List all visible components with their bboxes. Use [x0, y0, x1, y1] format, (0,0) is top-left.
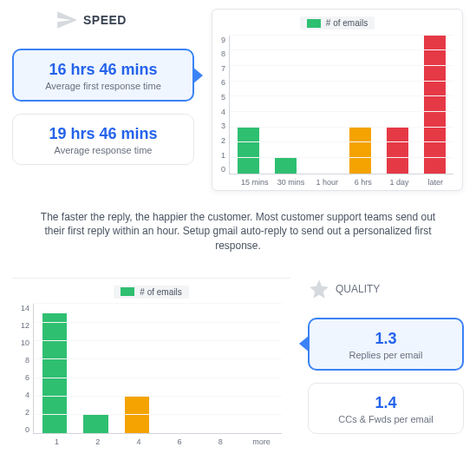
- metric-card-replies[interactable]: 1.3 Replies per email: [308, 318, 464, 371]
- y-tick: 1: [221, 151, 225, 160]
- x-axis: 15 mins30 mins1 hour6 hrs1 daylater: [237, 174, 453, 187]
- y-tick: 3: [221, 122, 225, 130]
- grid-line: [34, 303, 282, 304]
- y-axis: 9876543210: [221, 36, 229, 174]
- speed-section: SPEED 16 hrs 46 mins Average first respo…: [0, 0, 476, 200]
- legend-item: # of emails: [300, 16, 375, 30]
- y-tick: 0: [25, 425, 29, 434]
- paper-plane-icon: [55, 9, 78, 31]
- chart-area: 9876543210: [221, 36, 453, 174]
- y-tick: 10: [21, 338, 29, 347]
- y-tick: 2: [221, 136, 225, 145]
- metric-value: 1.3: [322, 330, 450, 348]
- grid-line: [230, 157, 453, 158]
- legend-label: # of emails: [140, 287, 181, 297]
- speed-metrics-column: SPEED 16 hrs 46 mins Average first respo…: [12, 9, 194, 165]
- quality-metrics-column: QUALITY 1.3 Replies per email 1.4 CCs & …: [308, 278, 464, 434]
- bar-slot: [342, 36, 379, 174]
- legend-item: # of emails: [114, 286, 188, 299]
- x-tick: more: [241, 437, 282, 446]
- quality-title: QUALITY: [336, 283, 380, 295]
- x-tick: 2: [77, 437, 118, 446]
- x-tick: 30 mins: [273, 178, 310, 187]
- x-tick: 1 hour: [309, 178, 345, 187]
- bar: [238, 128, 260, 174]
- metric-label: CCs & Fwds per email: [321, 414, 451, 424]
- x-tick: 6 hrs: [345, 178, 381, 187]
- legend-label: # of emails: [326, 18, 368, 28]
- x-tick: 1: [36, 437, 77, 446]
- grid-line: [34, 378, 282, 378]
- quality-header: QUALITY: [308, 278, 464, 300]
- grid-line: [230, 49, 453, 50]
- y-axis: 14121086420: [21, 304, 33, 434]
- grid-line: [34, 414, 282, 415]
- grid-line: [230, 111, 453, 112]
- bar-slot: [267, 36, 304, 174]
- quality-chart: # of emails 14121086420 12468more: [12, 278, 290, 450]
- grid-line: [230, 35, 453, 36]
- metric-card-first-response[interactable]: 16 hrs 46 mins Average first response ti…: [12, 49, 194, 102]
- metric-value: 19 hrs 46 mins: [25, 125, 181, 143]
- x-tick: 1 day: [381, 178, 418, 187]
- bar-slot: [304, 36, 342, 174]
- grid-line: [34, 322, 282, 323]
- bar: [275, 158, 297, 174]
- y-tick: 2: [25, 408, 29, 417]
- grid-line: [230, 141, 453, 142]
- grid-line: [230, 127, 453, 128]
- y-tick: 0: [221, 165, 225, 174]
- plot-area: [33, 304, 282, 434]
- y-tick: 4: [25, 391, 29, 399]
- bar: [387, 128, 409, 174]
- chart-legend: # of emails: [221, 16, 453, 30]
- y-tick: 12: [21, 321, 29, 330]
- bar-slot: [379, 36, 416, 174]
- metric-value: 1.4: [321, 394, 451, 412]
- grid-line: [34, 340, 282, 341]
- metric-card-ccs-fwds[interactable]: 1.4 CCs & Fwds per email: [308, 383, 464, 434]
- bar-slot: [416, 36, 453, 174]
- x-tick: 15 mins: [237, 178, 273, 187]
- bar: [42, 313, 68, 433]
- bar-slot: [230, 36, 267, 174]
- speed-header: SPEED: [12, 9, 194, 31]
- bar: [349, 128, 372, 174]
- y-tick: 6: [25, 373, 29, 382]
- star-icon: [308, 278, 330, 300]
- y-tick: 7: [221, 64, 225, 73]
- speed-chart: # of emails 9876543210 15 mins30 mins1 h…: [212, 9, 463, 191]
- speed-caption: The faster the reply, the happier the cu…: [0, 200, 476, 269]
- y-tick: 6: [221, 78, 225, 87]
- metric-value: 16 hrs 46 mins: [26, 61, 180, 79]
- y-tick: 14: [21, 304, 29, 312]
- speed-title: SPEED: [83, 13, 127, 27]
- quality-section: # of emails 14121086420 12468more QUALIT…: [0, 269, 476, 459]
- metric-card-response-time[interactable]: 19 hrs 46 mins Average response time: [12, 114, 194, 165]
- y-tick: 9: [221, 36, 225, 44]
- x-axis: 12468more: [36, 434, 282, 446]
- y-tick: 8: [25, 356, 29, 365]
- bar: [83, 415, 108, 433]
- x-tick: 8: [200, 437, 241, 446]
- bar: [125, 397, 150, 434]
- legend-swatch: [121, 287, 134, 296]
- grid-line: [230, 95, 453, 96]
- chart-area: 14121086420: [21, 304, 282, 434]
- x-tick: later: [417, 178, 453, 187]
- metric-label: Average response time: [25, 145, 181, 155]
- plot-area: [229, 36, 453, 174]
- chart-legend: # of emails: [21, 286, 282, 299]
- legend-swatch: [307, 19, 321, 28]
- metric-label: Replies per email: [322, 350, 450, 360]
- y-tick: 5: [221, 93, 225, 102]
- grid-line: [34, 396, 282, 397]
- bars-container: [230, 36, 453, 174]
- y-tick: 4: [221, 108, 225, 116]
- grid-line: [230, 81, 453, 82]
- x-tick: 4: [118, 437, 159, 446]
- x-tick: 6: [160, 437, 200, 446]
- bar: [424, 36, 447, 174]
- grid-line: [34, 358, 282, 359]
- y-tick: 8: [221, 49, 225, 58]
